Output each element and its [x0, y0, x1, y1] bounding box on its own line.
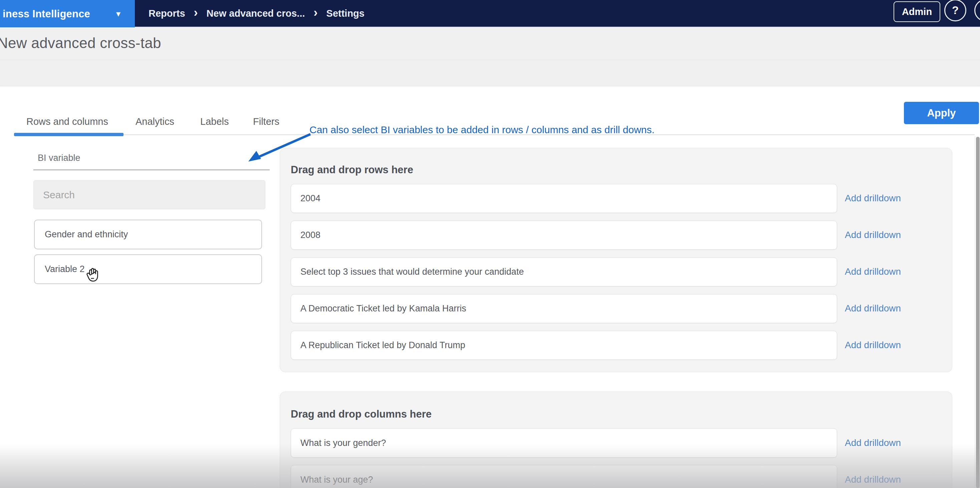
tab-rows-and-columns[interactable]: Rows and columns — [26, 116, 108, 127]
row-item-label: 2008 — [301, 230, 320, 240]
breadcrumb-report-name[interactable]: New advanced cros... — [207, 8, 305, 19]
row-item-label: 2004 — [301, 193, 320, 203]
row-item[interactable]: Select top 3 issues that would determine… — [291, 258, 837, 286]
bi-variable-label: BI variable — [38, 153, 80, 163]
apply-button[interactable]: Apply — [904, 102, 979, 124]
columns-drop-zone-title: Drag and drop columns here — [291, 408, 431, 420]
add-drilldown-link[interactable]: Add drilldown — [845, 474, 901, 485]
chevron-right-icon: › — [194, 7, 198, 19]
bi-variable-item-label: Gender and ethnicity — [45, 229, 128, 240]
add-drilldown-link[interactable]: Add drilldown — [845, 437, 901, 448]
add-drilldown-link[interactable]: Add drilldown — [845, 303, 901, 314]
rows-drop-zone-title: Drag and drop rows here — [291, 164, 413, 176]
rows-drop-zone[interactable]: Drag and drop rows here 2004 2008 Select… — [280, 148, 952, 372]
column-item[interactable]: What is your gender? — [291, 428, 837, 458]
page-title: New advanced cross-tab — [0, 35, 161, 51]
columns-drop-zone[interactable]: Drag and drop columns here What is your … — [280, 391, 952, 488]
top-nav-bar: Reports › New advanced cros... › Setting… — [0, 0, 980, 27]
row-item-label: A Democratic Ticket led by Kamala Harris — [301, 304, 466, 314]
column-item-label: What is your gender? — [301, 438, 386, 448]
question-mark-icon: ? — [952, 4, 959, 17]
caret-down-icon: ▾ — [116, 9, 121, 19]
breadcrumb: Reports › New advanced cros... › Setting… — [148, 0, 364, 27]
bi-variable-item-label: Variable 2 — [45, 264, 85, 274]
row-item[interactable]: A Republican Ticket led by Donald Trump — [291, 331, 837, 360]
chevron-right-icon: › — [314, 7, 318, 19]
bi-variable-item[interactable]: Variable 2 — [34, 254, 262, 284]
annotation-note: Can also select BI variables to be added… — [309, 124, 655, 135]
breadcrumb-settings[interactable]: Settings — [326, 8, 364, 19]
column-item[interactable]: What is your age? — [291, 465, 837, 488]
row-item[interactable]: 2008 — [291, 221, 837, 250]
column-item-label: What is your age? — [301, 475, 373, 485]
add-drilldown-link[interactable]: Add drilldown — [845, 340, 901, 350]
help-button[interactable]: ? — [944, 0, 966, 21]
app-name: iness Intelligence — [3, 8, 90, 20]
account-button[interactable] — [974, 0, 980, 21]
add-drilldown-link[interactable]: Add drilldown — [845, 193, 901, 203]
admin-button[interactable]: Admin — [894, 2, 940, 22]
row-item[interactable]: A Democratic Ticket led by Kamala Harris — [291, 294, 837, 323]
tab-labels[interactable]: Labels — [200, 116, 229, 127]
grab-cursor-icon — [84, 265, 102, 284]
row-item[interactable]: 2004 — [291, 184, 837, 213]
bi-variable-underline — [33, 170, 270, 170]
breadcrumb-reports[interactable]: Reports — [148, 8, 185, 19]
app-switcher[interactable]: iness Intelligence — [0, 0, 135, 28]
search-input[interactable] — [33, 180, 266, 209]
bi-variable-item[interactable]: Gender and ethnicity — [34, 219, 262, 250]
scrollbar-thumb[interactable] — [976, 137, 980, 488]
active-tab-indicator — [14, 133, 124, 136]
row-item-label: Select top 3 issues that would determine… — [301, 267, 524, 277]
toolbar-band — [0, 60, 980, 86]
add-drilldown-link[interactable]: Add drilldown — [845, 230, 901, 240]
row-item-label: A Republican Ticket led by Donald Trump — [301, 340, 465, 350]
tab-analytics[interactable]: Analytics — [135, 116, 174, 127]
tab-filters[interactable]: Filters — [253, 116, 279, 127]
add-drilldown-link[interactable]: Add drilldown — [845, 266, 901, 277]
